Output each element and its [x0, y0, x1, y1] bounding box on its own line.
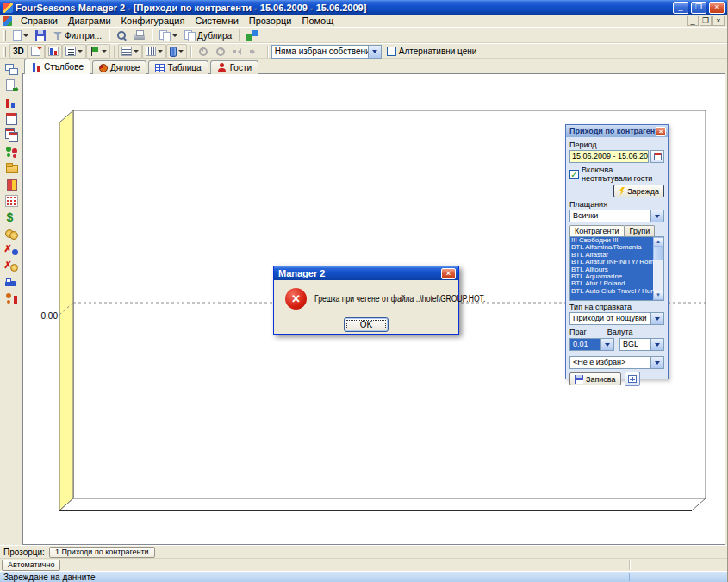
report-panel-titlebar[interactable]: Приходи по контрагенти × [566, 125, 668, 137]
combo-dropdown-button[interactable] [650, 313, 663, 324]
currency-icon[interactable] [4, 210, 19, 223]
menu-sistemni[interactable]: Системни [190, 15, 243, 27]
folders-icon[interactable] [4, 161, 19, 174]
minimize-button[interactable]: _ [673, 2, 688, 14]
rotate-cw-button[interactable] [212, 44, 229, 59]
combo-dropdown-button[interactable] [650, 339, 663, 350]
scroll-track[interactable] [653, 260, 663, 291]
vertical-grid-button[interactable] [142, 44, 166, 59]
status-text: Зареждане на данните [3, 573, 95, 582]
tab-stalbove[interactable]: Стълбове [24, 59, 90, 74]
template-value: <Не е избран> [570, 357, 650, 368]
table-options-button[interactable] [625, 372, 640, 386]
save-button[interactable] [32, 28, 49, 43]
bar-labels-button[interactable] [45, 44, 62, 59]
dialog-close-button[interactable]: × [441, 268, 456, 279]
cylinder-style-button[interactable] [166, 44, 187, 59]
menu-diagrami[interactable]: Диаграми [63, 15, 116, 27]
horizontal-grid-button[interactable] [118, 44, 142, 59]
grid-icon[interactable] [4, 194, 19, 207]
ok-button[interactable]: OK [344, 317, 389, 332]
tab-groups[interactable]: Групи [625, 225, 656, 236]
list-item[interactable]: BTL Alfastar [570, 252, 653, 259]
3d-toggle-button[interactable]: 3D [9, 44, 28, 59]
new-document-button[interactable] [9, 28, 32, 43]
guest-chart-icon[interactable] [4, 292, 19, 305]
restore-button[interactable]: ❐ [691, 2, 706, 14]
template-combobox[interactable]: <Не е избран> [569, 356, 664, 369]
report-type-combobox[interactable]: Приходи от нощувки [569, 312, 664, 325]
calendar-copy-icon[interactable] [4, 128, 19, 141]
tab-dyalove[interactable]: Дялове [92, 60, 146, 74]
toolbar-grip[interactable] [3, 30, 6, 41]
windows-bar: Прозорци: 1 Приходи по контрагенти [0, 545, 727, 558]
rotate-view-button[interactable] [28, 44, 45, 59]
mdi-close-button[interactable]: × [712, 16, 725, 26]
scroll-down-icon[interactable]: ▼ [653, 291, 663, 300]
menu-konfiguracia[interactable]: Конфигурация [116, 15, 190, 27]
close-button[interactable]: × [709, 2, 725, 14]
filters-button[interactable]: Филтри... [49, 28, 105, 43]
list-item[interactable]: BTL Atur / Poland [570, 280, 653, 287]
print-preview-button[interactable] [113, 28, 130, 43]
combo-dropdown-button[interactable] [600, 339, 613, 350]
error-dialog-titlebar[interactable]: Manager 2 × [274, 266, 458, 280]
payments-combobox[interactable]: Всички [569, 210, 664, 222]
combo-dropdown-button[interactable] [368, 46, 381, 58]
cancel-guest-icon[interactable] [4, 243, 19, 256]
threshold-combobox[interactable]: 0.01 [569, 338, 614, 351]
cascade-windows-icon[interactable] [4, 63, 19, 76]
guests-icon[interactable] [4, 145, 19, 158]
load-button[interactable]: Зарежда [613, 185, 664, 197]
menu-spravki[interactable]: Справки [16, 15, 63, 27]
export-chart-button[interactable] [243, 28, 261, 43]
chevron-down-icon [178, 50, 184, 53]
calendar-icon[interactable] [4, 112, 19, 125]
mdi-minimize-button[interactable]: _ [687, 16, 699, 26]
duplicate-button[interactable]: Дублира [181, 28, 235, 43]
tab-gosti[interactable]: Гости [210, 60, 258, 74]
scroll-up-icon[interactable]: ▲ [653, 237, 663, 247]
list-item[interactable]: BTL Alfamina/Romania [570, 244, 653, 251]
combo-dropdown-button[interactable] [650, 210, 663, 222]
calendar-picker-button[interactable] [650, 150, 664, 163]
payments-icon[interactable] [4, 227, 19, 240]
scroll-thumb[interactable] [653, 247, 663, 260]
print-button[interactable] [130, 28, 148, 43]
cancel-payment-icon[interactable] [4, 260, 19, 272]
rooms-icon[interactable] [4, 276, 19, 289]
list-scrollbar[interactable]: ▲ ▼ [653, 237, 663, 300]
tab-counterparties[interactable]: Контрагенти [569, 225, 625, 236]
alt-prices-checkbox[interactable] [387, 47, 396, 56]
toolbar-separator [190, 46, 191, 58]
include-guests-checkbox[interactable] [569, 170, 579, 179]
period-field[interactable]: 15.06.2009 - 15.06.2009 [569, 150, 649, 163]
window-tab-button[interactable]: 1 Приходи по контрагенти [49, 547, 155, 558]
menu-pomosht[interactable]: Помощ [296, 15, 339, 27]
list-item[interactable]: BTL Aquamarine [570, 273, 653, 280]
save-report-button[interactable]: Записва [569, 372, 621, 385]
currency-combobox[interactable]: BGL [619, 338, 664, 351]
prev-button[interactable] [229, 44, 246, 59]
list-item[interactable]: BTL Auto Club Travel / Hunga [570, 288, 653, 295]
next-button[interactable] [246, 44, 264, 59]
report-export-icon[interactable] [4, 79, 19, 92]
list-item[interactable]: BTL Alfatur INFINITY/ Romani [570, 259, 653, 266]
list-item[interactable]: !!! Свободни !!! [570, 237, 653, 244]
tab-tablica[interactable]: Таблица [148, 60, 208, 74]
legend-button[interactable] [62, 44, 86, 59]
panel-close-button[interactable]: × [656, 127, 666, 136]
copy-button[interactable] [156, 28, 181, 43]
rotate-ccw-button[interactable] [195, 44, 212, 59]
list-item[interactable] [570, 295, 653, 300]
toolbar-grip[interactable] [3, 47, 6, 57]
inventory-icon[interactable] [4, 178, 19, 191]
auto-button[interactable]: Автоматично [2, 560, 60, 571]
series-flag-button[interactable] [86, 44, 110, 59]
list-item[interactable]: BTL Alltours [570, 266, 653, 273]
mdi-restore-button[interactable]: ❐ [700, 16, 712, 26]
combo-dropdown-button[interactable] [650, 357, 663, 368]
owners-combobox[interactable]: Няма избран собственици [271, 45, 382, 59]
menu-prozorci[interactable]: Прозорци [244, 15, 297, 27]
chart-3d-icon[interactable] [4, 96, 19, 109]
